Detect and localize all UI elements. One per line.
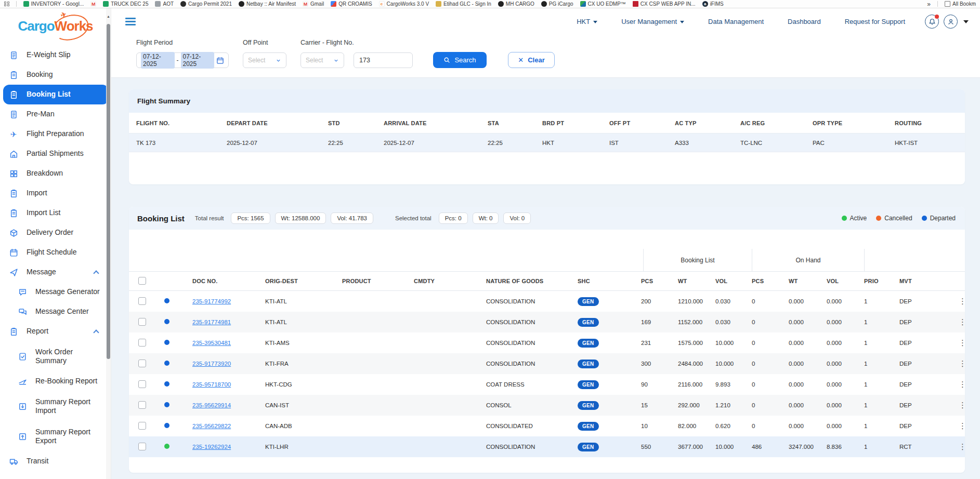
apps-grid-icon[interactable] — [4, 2, 9, 7]
row-checkbox[interactable] — [138, 318, 146, 326]
sidebar-item-transit[interactable]: Transit — [0, 451, 111, 471]
row-menu-button[interactable]: ⋮ — [941, 338, 966, 348]
doc-no-link[interactable]: 235-91773920 — [192, 361, 231, 367]
sidebar-item-message-center[interactable]: Message Center — [0, 302, 111, 322]
row-checkbox[interactable] — [138, 360, 146, 367]
sidebar-item-delivery-order[interactable]: Delivery Order — [0, 223, 111, 243]
select-all-checkbox[interactable] — [138, 277, 146, 285]
oh-vol-cell: 0.000 — [827, 381, 864, 388]
sidebar-item-report[interactable]: Report — [0, 322, 111, 341]
doc-no-link[interactable]: 235-95629914 — [192, 402, 231, 408]
hamburger-menu-icon[interactable] — [125, 16, 136, 28]
group-header-booking-list: Booking List — [643, 249, 752, 271]
bookmark-item[interactable]: INVENTORY - Googl... — [23, 1, 84, 7]
scrollbar-thumb[interactable] — [107, 24, 110, 359]
row-checkbox[interactable] — [138, 380, 146, 388]
sidebar-item-flight-schedule[interactable]: Flight Schedule — [0, 243, 111, 262]
nav-item-hkt[interactable]: HKT — [577, 18, 597, 25]
booking-list-icon — [9, 90, 18, 99]
bookmark-item[interactable]: TRUCK DEC 25 — [103, 1, 148, 7]
sidebar-item-pre-man[interactable]: Pre-Man — [0, 104, 111, 124]
sidebar-item-re-booking-report[interactable]: Re-Booking Report — [0, 371, 111, 391]
nav-item-user-management[interactable]: User Management — [621, 18, 684, 25]
user-profile-button[interactable] — [944, 15, 958, 29]
doc-no-link[interactable]: 235-39530481 — [192, 340, 231, 346]
sidebar-item-message[interactable]: Message — [0, 262, 111, 282]
sidebar-item-partial-shipments[interactable]: Partial Shipments — [0, 144, 111, 164]
bookmark-item[interactable]: QR CROAMIS — [331, 1, 372, 7]
bookmark-item[interactable]: MH CARGO — [498, 1, 534, 7]
bookmark-item[interactable]: cCargoWorks 3.0 V — [379, 1, 429, 7]
sidebar-item-import-list[interactable]: Import List — [0, 203, 111, 223]
row-checkbox[interactable] — [138, 422, 146, 430]
doc-no-link[interactable]: 235-95718700 — [192, 381, 231, 388]
row-checkbox[interactable] — [138, 297, 146, 305]
bookmarks-overflow-chevron[interactable]: » — [927, 1, 931, 8]
sidebar-item-import[interactable]: Import — [0, 183, 111, 203]
status-dot-departed — [164, 298, 169, 303]
cell: 22:25 — [328, 140, 384, 146]
orig-dest-cell: KTI-AMS — [265, 340, 342, 346]
sidebar-item-message-generator[interactable]: Message Generator — [0, 282, 111, 302]
scroll-up-arrow-icon[interactable]: ▲ — [106, 15, 111, 18]
bookmark-label: Cargo Permit 2021 — [188, 1, 232, 7]
sidebar-item-booking[interactable]: Booking — [0, 65, 111, 85]
bookmark-item[interactable]: PG iCargo — [541, 1, 573, 7]
carrier-select[interactable]: Select — [300, 52, 344, 68]
sidebar-item-summary-report-import[interactable]: Summary Report Import — [0, 391, 111, 421]
sidebar-item-label: Booking List — [27, 90, 93, 99]
flight-period-input[interactable]: 07-12-2025 - 07-12-2025 — [136, 52, 229, 68]
flight-no-input[interactable] — [354, 52, 413, 68]
sidebar-item-work-order-summary[interactable]: Work Order Summary — [0, 341, 111, 371]
notifications-button[interactable] — [925, 15, 939, 29]
search-button[interactable]: Search — [433, 52, 487, 68]
row-checkbox[interactable] — [138, 339, 146, 347]
bookmark-item[interactable]: CX CSP WEB APP IN... — [633, 1, 696, 7]
sidebar-scrollbar[interactable]: ▲ — [106, 8, 111, 479]
flight-summary-row[interactable]: TK 1732025-12-0722:252025-12-0722:25HKTI… — [129, 134, 965, 152]
legend-item-active: Active — [842, 215, 867, 222]
oh-pcs-cell: 0 — [752, 298, 789, 304]
off-point-select[interactable]: Select — [243, 52, 286, 68]
row-menu-button[interactable]: ⋮ — [941, 380, 966, 389]
row-checkbox[interactable] — [138, 401, 146, 409]
doc-no-link[interactable]: 235-95629822 — [192, 423, 231, 429]
nav-item-data-management[interactable]: Data Management — [708, 18, 764, 25]
bookmark-item[interactable]: Etihad GLC - Sign In — [436, 1, 491, 7]
shc-badge: GEN — [578, 318, 599, 327]
profile-caret-icon[interactable] — [963, 20, 969, 23]
bookmark-item[interactable]: M — [90, 1, 96, 7]
date-from-value[interactable]: 07-12-2025 — [141, 52, 175, 69]
sidebar-item-summary-report-export[interactable]: Summary Report Export — [0, 421, 111, 451]
row-checkbox[interactable] — [138, 443, 146, 450]
row-menu-button[interactable]: ⋮ — [941, 401, 966, 410]
doc-no-link[interactable]: 235-91774992 — [192, 298, 231, 304]
pcs-cell: 10 — [641, 423, 678, 429]
bookmark-item[interactable]: MGmail — [303, 1, 324, 7]
calendar-icon[interactable] — [216, 57, 224, 64]
row-menu-button[interactable]: ⋮ — [941, 442, 966, 451]
nav-item-request-for-support[interactable]: Request for Support — [845, 18, 905, 25]
bookmark-label: iFIMS — [710, 1, 724, 7]
row-menu-button[interactable]: ⋮ — [941, 359, 966, 368]
nav-item-dashboard[interactable]: Dashboard — [788, 18, 821, 25]
row-menu-button[interactable]: ⋮ — [941, 297, 966, 306]
clear-button[interactable]: ✕ Clear — [508, 52, 555, 68]
row-menu-button[interactable]: ⋮ — [941, 421, 966, 431]
sidebar-item-e-weight-slip[interactable]: E-Weight Slip — [0, 45, 111, 65]
bookmark-item[interactable]: CX UO EDMP™ — [580, 1, 626, 7]
bookmark-item[interactable]: AOT — [155, 1, 174, 7]
row-menu-button[interactable]: ⋮ — [941, 317, 966, 327]
date-to-value[interactable]: 07-12-2025 — [181, 52, 215, 69]
doc-no-link[interactable]: 235-91774981 — [192, 319, 231, 325]
doc-no-link[interactable]: 235-19262924 — [192, 444, 231, 450]
divider — [16, 1, 17, 7]
bookmark-item[interactable]: Netbay :: Air Manifest — [239, 1, 296, 7]
sidebar-item-flight-preparation[interactable]: ✈Flight Preparation — [0, 124, 111, 144]
bookmark-item[interactable]: Cargo Permit 2021 — [180, 1, 232, 7]
column-header: PCS — [641, 278, 678, 284]
bookmark-item[interactable]: aiFIMS — [702, 1, 724, 7]
sidebar-item-breakdown[interactable]: Breakdown — [0, 164, 111, 183]
sidebar-item-booking-list[interactable]: Booking List — [3, 85, 109, 104]
all-bookmarks-button[interactable]: All Bookm — [945, 1, 976, 7]
